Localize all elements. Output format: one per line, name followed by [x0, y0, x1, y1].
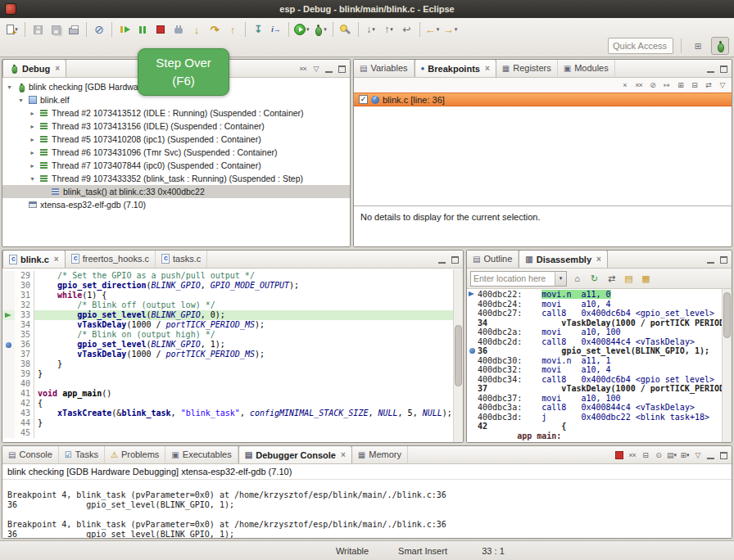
disasm-row[interactable]: 400dbc24: movi a10, 4	[467, 300, 722, 309]
breakpoint-item[interactable]: ✓blink.c [line: 36]	[354, 93, 732, 106]
tab-memory[interactable]: ▦Memory	[352, 445, 408, 463]
link-with-active-debug-button[interactable]: ⇄	[605, 272, 618, 286]
view-menu-icon[interactable]: ▽	[310, 62, 322, 75]
disasm-row[interactable]: 400dbc32: movi a10, 4	[467, 365, 722, 375]
tab-executables[interactable]: ▣Executables	[165, 445, 238, 463]
editor-code[interactable]: 29 /* Set the GPIO as a push/pull output…	[2, 269, 453, 442]
scrollbar-thumb[interactable]	[723, 292, 731, 338]
expander-icon[interactable]	[39, 188, 49, 196]
code-line[interactable]: 39}	[2, 369, 453, 379]
back-button[interactable]: ▾	[424, 20, 442, 38]
skip-all-breakpoints-button[interactable]	[90, 20, 108, 38]
tree-item-gdb-process[interactable]: xtensa-esp32-elf-gdb (7.10)	[2, 198, 350, 211]
display-console-button[interactable]: ▤▾	[665, 449, 677, 462]
save-button[interactable]	[29, 20, 47, 38]
minimize-button[interactable]	[705, 253, 717, 266]
code-line[interactable]: 36 gpio_set_level(BLINK_GPIO, 1);	[2, 340, 453, 350]
code-line[interactable]: 35 /* Blink on (output high) */	[2, 330, 453, 340]
open-perspective-button[interactable]: ⊞	[689, 37, 707, 55]
skip-all-breakpoints-toggle[interactable]: ⊘	[646, 79, 659, 92]
disasm-row[interactable]: 400dbc3a: call8 0x400844c4 <vTaskDelay>	[467, 403, 722, 413]
debug-perspective-button[interactable]	[711, 37, 729, 55]
disconnect-button[interactable]	[170, 20, 188, 38]
link-with-debug-button[interactable]: ⇄	[702, 79, 714, 92]
disasm-row[interactable]: 34 vTaskDelay(1000 / portTICK_PERIOD_MS)…	[467, 318, 722, 328]
previous-annotation-button[interactable]: ▾	[380, 20, 398, 38]
editor-scrollbar[interactable]	[453, 269, 463, 442]
last-edit-location-button[interactable]	[398, 20, 416, 38]
new-button[interactable]: ▾	[3, 20, 21, 38]
tab-debug[interactable]: Debug ×	[2, 59, 66, 77]
expander-icon[interactable]: ▸	[27, 123, 38, 130]
disasm-row[interactable]: 400dbc34: call8 0x400dc6b4 <gpio_set_lev…	[467, 375, 722, 385]
tab-disassembly[interactable]: ▥Disassembly×	[519, 250, 608, 268]
disasm-row[interactable]: 400dbc22: movi.n a11, 0	[467, 290, 722, 300]
home-button[interactable]: ⌂	[570, 272, 584, 286]
expander-icon[interactable]: ▸	[27, 136, 38, 143]
tab-tasks[interactable]: ☑Tasks	[59, 445, 105, 463]
tab-breakpoints[interactable]: ●Breakpoints×	[415, 59, 496, 77]
breakpoint-checkbox[interactable]: ✓	[359, 95, 368, 104]
disasm-row[interactable]: 37 vTaskDelay(1000 / portTICK_PERIOD_MS)…	[467, 384, 722, 394]
maximize-button[interactable]	[718, 62, 730, 75]
remove-all-breakpoints-button[interactable]: ××	[632, 79, 645, 92]
location-dropdown-button[interactable]: ▾	[555, 272, 566, 286]
status-cursor-position[interactable]: 33 : 1	[460, 546, 526, 556]
disasm-row[interactable]: 42 {	[467, 422, 722, 431]
code-line[interactable]: 31 while(1) {	[2, 291, 453, 300]
step-over-button[interactable]	[206, 20, 224, 38]
resume-button[interactable]	[116, 20, 134, 38]
print-button[interactable]	[65, 20, 83, 38]
refresh-button[interactable]: ↻	[587, 272, 601, 286]
code-line[interactable]: 33 gpio_set_level(BLINK_GPIO, 0);	[2, 310, 453, 320]
tab-console[interactable]: ▤Console	[2, 445, 59, 463]
scrollbar-thumb[interactable]	[455, 325, 462, 387]
run-button[interactable]: ▾	[292, 20, 311, 38]
close-icon[interactable]: ×	[54, 255, 59, 264]
disasm-row[interactable]: 400dbc2a: movi a10, 100	[467, 327, 722, 337]
open-console-button[interactable]: ⊞▾	[678, 449, 691, 462]
pin-console-button[interactable]: ⊙	[652, 449, 664, 462]
editor-tab-tasks-c[interactable]: tasks.c	[156, 250, 207, 268]
code-line[interactable]: 32 /* Blink off (output low) */	[2, 300, 453, 310]
disasm-row[interactable]: 36 gpio_set_level(BLINK_GPIO, 1);	[467, 346, 722, 356]
location-input[interactable]: Enter location here ▾	[470, 271, 567, 287]
terminate-console-button[interactable]	[613, 449, 625, 462]
maximize-button[interactable]	[449, 253, 461, 266]
tree-item-thread-6[interactable]: ▸Thread #6 1073431096 (Tmr Svc) (Suspend…	[2, 146, 350, 159]
collapse-all-button[interactable]: ⊟	[688, 79, 700, 92]
tab-outline[interactable]: ▤Outline	[467, 250, 519, 268]
remove-launch-button[interactable]: ××	[626, 449, 638, 462]
show-symbols-toggle[interactable]: ▦	[639, 272, 653, 286]
tab-variables[interactable]: ▤Variables	[354, 59, 415, 77]
go-to-file-button[interactable]: ↦	[660, 79, 673, 92]
view-menu-icon[interactable]: ▽	[691, 449, 704, 462]
step-return-button[interactable]	[224, 20, 242, 38]
search-button[interactable]	[337, 20, 355, 38]
close-icon[interactable]: ×	[596, 255, 601, 264]
code-line[interactable]: 43 xTaskCreate(&blink_task, "blink_task"…	[2, 409, 453, 418]
suspend-button[interactable]	[134, 20, 152, 38]
code-line[interactable]: 44}	[2, 418, 453, 428]
maximize-button[interactable]	[718, 253, 730, 266]
editor-tab-freertos-hooks-c[interactable]: freertos_hooks.c	[66, 250, 156, 268]
quick-access-input[interactable]: Quick Access	[608, 38, 673, 54]
tab-registers[interactable]: ▦Registers	[496, 59, 558, 77]
expander-icon[interactable]: ▸	[27, 110, 38, 117]
tree-item-thread-9[interactable]: ▾Thread #9 1073433352 (blink_task : Runn…	[2, 172, 350, 185]
tab-debugger-console[interactable]: ▤Debugger Console×	[238, 445, 352, 463]
maximize-button[interactable]	[336, 62, 348, 75]
code-line[interactable]: 45	[2, 428, 453, 438]
next-annotation-button[interactable]: ▾	[362, 20, 380, 38]
code-line[interactable]: 42{	[2, 399, 453, 409]
expander-icon[interactable]: ▸	[27, 149, 38, 156]
disasm-row[interactable]: app_main:	[467, 431, 722, 441]
disasm-row[interactable]: 400dbc2d: call8 0x400844c4 <vTaskDelay>	[467, 337, 722, 347]
expand-all-button[interactable]: ⊞	[674, 79, 686, 92]
expander-icon[interactable]	[16, 201, 26, 209]
view-menu-icon[interactable]: ▽	[716, 79, 728, 92]
code-line[interactable]: 30 gpio_set_direction(BLINK_GPIO, GPIO_M…	[2, 281, 453, 291]
minimize-button[interactable]	[705, 449, 717, 462]
code-line[interactable]: 34 vTaskDelay(1000 / portTICK_PERIOD_MS)…	[2, 320, 453, 330]
disassembly-content[interactable]: 400dbc22: movi.n a11, 0400dbc24: movi a1…	[467, 289, 722, 443]
